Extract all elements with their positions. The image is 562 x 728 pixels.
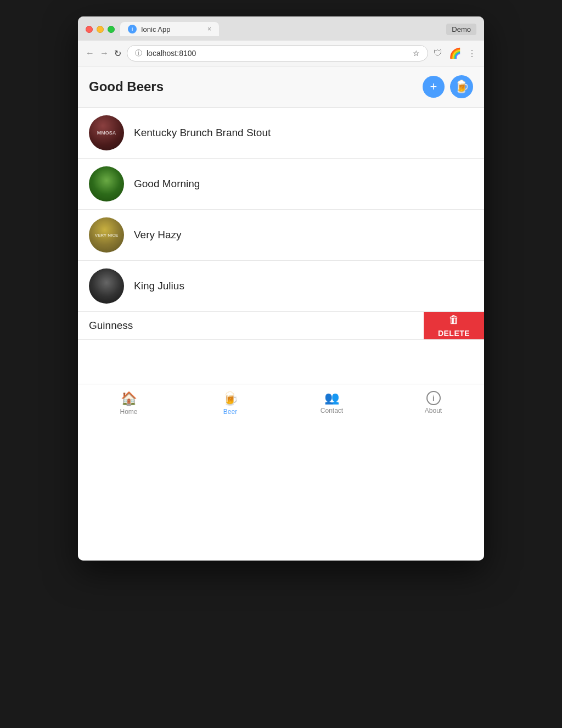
browser-window: i Ionic App × Demo ← → ↻ ⓘ localhost:810…: [78, 16, 484, 561]
bookmark-icon: ☆: [413, 49, 420, 58]
maximize-button[interactable]: [108, 26, 115, 33]
extension-icon[interactable]: 🌈: [449, 47, 461, 59]
browser-title-bar: i Ionic App × Demo: [78, 16, 484, 41]
avatar: VERY NICE: [89, 217, 124, 253]
nav-item-about[interactable]: i About: [383, 389, 484, 418]
menu-icon[interactable]: ⋮: [468, 48, 476, 59]
delete-button[interactable]: 🗑 DELETE: [424, 312, 484, 339]
minimize-button[interactable]: [97, 26, 104, 33]
list-item[interactable]: Good Morning: [78, 159, 484, 210]
content-spacer: [78, 340, 484, 384]
beer-nav-icon: 🍺: [222, 391, 239, 406]
beer-mug-icon: 🍺: [454, 80, 469, 94]
nav-item-contact[interactable]: 👥 Contact: [281, 389, 383, 418]
info-icon: ⓘ: [135, 48, 142, 58]
avatar: MMOSA: [89, 115, 124, 150]
list-item[interactable]: VERY NICE Very Hazy: [78, 210, 484, 261]
add-beer-button[interactable]: +: [423, 76, 445, 98]
avatar: [89, 166, 124, 201]
home-icon: 🏠: [121, 391, 137, 406]
beer-icon-button[interactable]: 🍺: [450, 75, 473, 98]
nav-label-beer: Beer: [223, 408, 237, 416]
beer-name: Very Hazy: [134, 229, 182, 241]
nav-item-home[interactable]: 🏠 Home: [78, 389, 179, 418]
bottom-nav: 🏠 Home 🍺 Beer 👥 Contact i About: [78, 384, 484, 420]
contact-icon: 👥: [324, 391, 339, 405]
demo-button[interactable]: Demo: [446, 24, 476, 35]
avatar-label: MMOSA: [96, 129, 117, 137]
header-buttons: + 🍺: [423, 75, 473, 98]
list-item[interactable]: MMOSA Kentucky Brunch Brand Stout: [78, 108, 484, 159]
avatar: [89, 268, 124, 304]
list-item[interactable]: King Julius: [78, 261, 484, 312]
delete-label: DELETE: [438, 329, 470, 338]
trash-icon: 🗑: [448, 313, 459, 326]
beer-name: Guinness: [89, 320, 133, 332]
tab-title: Ionic App: [141, 25, 171, 33]
active-tab[interactable]: i Ionic App ×: [120, 22, 219, 36]
beer-name: Kentucky Brunch Brand Stout: [134, 127, 271, 139]
back-button[interactable]: ←: [86, 48, 94, 58]
avatar-label: VERY NICE: [94, 232, 120, 239]
nav-item-beer[interactable]: 🍺 Beer: [179, 389, 281, 418]
url-text: localhost:8100: [147, 49, 408, 58]
tab-favicon: i: [128, 25, 137, 33]
traffic-lights: [86, 26, 115, 33]
about-icon: i: [426, 391, 441, 405]
shield-icon[interactable]: 🛡: [434, 48, 442, 58]
page-title: Good Beers: [89, 79, 164, 94]
reload-button[interactable]: ↻: [114, 48, 121, 59]
close-button[interactable]: [86, 26, 93, 33]
app-content: Good Beers + 🍺 MMOSA Kentucky Brunch Bra…: [78, 66, 484, 561]
beer-list: MMOSA Kentucky Brunch Brand Stout Good M…: [78, 108, 484, 340]
forward-button[interactable]: →: [100, 48, 109, 58]
address-bar[interactable]: ⓘ localhost:8100 ☆: [127, 45, 428, 61]
browser-toolbar-icons: 🛡 🌈 ⋮: [434, 47, 476, 59]
nav-label-home: Home: [120, 408, 137, 416]
app-header: Good Beers + 🍺: [78, 66, 484, 108]
list-item-guinness[interactable]: Guinness 🗑 DELETE: [78, 312, 484, 340]
tab-bar: i Ionic App ×: [120, 22, 437, 36]
nav-label-contact: Contact: [321, 407, 343, 415]
tab-close-button[interactable]: ×: [207, 25, 211, 33]
plus-icon: +: [430, 80, 437, 94]
browser-nav-bar: ← → ↻ ⓘ localhost:8100 ☆ 🛡 🌈 ⋮: [78, 41, 484, 66]
nav-label-about: About: [425, 407, 442, 415]
beer-name: King Julius: [134, 280, 184, 292]
beer-name: Good Morning: [134, 178, 200, 190]
